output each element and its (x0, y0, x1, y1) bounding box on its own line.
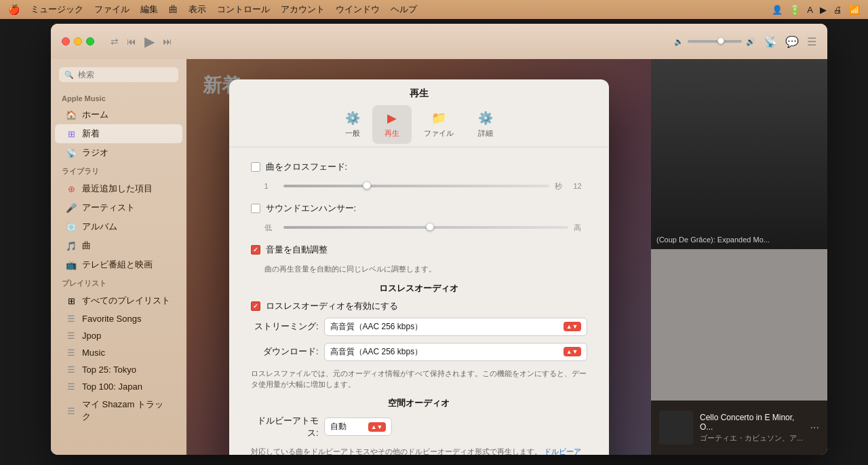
crossfade-row: 曲をクロスフェード: (251, 161, 587, 173)
sound-enhancer-checkbox[interactable] (251, 204, 260, 213)
lossless-enable-row: ロスレスオーディオを有効にする (251, 300, 587, 312)
lossless-enable-checkbox[interactable] (251, 301, 260, 311)
new-label: 新着 (82, 128, 100, 140)
volume-auto-label: 音量を自動調整 (266, 244, 328, 256)
sidebar-item-shazam[interactable]: ☰ マイ Shazam トラック (55, 395, 182, 426)
maximize-button[interactable] (86, 37, 94, 45)
download-select[interactable]: 高音質（AAC 256 kbps） ▲▼ (324, 343, 587, 361)
sidebar-item-top100-japan[interactable]: ☰ Top 100: Japan (55, 378, 182, 395)
streaming-label: ストリーミング: (251, 320, 319, 333)
next-icon[interactable]: ⏭ (163, 36, 172, 47)
crossfade-slider[interactable] (283, 185, 549, 187)
spatial-section-header: 空間オーディオ (251, 397, 587, 409)
tab-playback[interactable]: ▶ 再生 (372, 105, 412, 144)
shazam-label: マイ Shazam トラック (82, 398, 172, 423)
new-icon: ⊞ (66, 129, 77, 139)
download-row: ダウンロード: 高音質（AAC 256 kbps） ▲▼ (251, 343, 587, 361)
tab-divider (229, 147, 609, 147)
sidebar-item-new[interactable]: ⊞ 新着 (55, 124, 182, 143)
title-bar-right: 🔈 🔊 📡 💬 ☰ (674, 35, 816, 48)
search-input[interactable] (78, 70, 173, 79)
close-button[interactable] (62, 37, 70, 45)
tab-advanced[interactable]: ⚙️ 詳細 (466, 105, 505, 144)
volume-slider[interactable] (688, 40, 742, 43)
sidebar-item-favorite-songs[interactable]: ☰ Favorite Songs (55, 310, 182, 327)
playback-tab-label: 再生 (384, 128, 399, 138)
prev-icon[interactable]: ⏮ (127, 36, 136, 47)
play-status-icon: ▶ (820, 5, 827, 15)
library-section-label: ライブラリ (51, 162, 186, 179)
menu-song[interactable]: 曲 (169, 3, 178, 16)
sidebar-item-artists[interactable]: 🎤 アーティスト (55, 198, 182, 217)
all-playlists-label: すべてのプレイリスト (82, 295, 170, 307)
airdrop-icon[interactable]: 🖨 (833, 5, 842, 15)
crossfade-checkbox[interactable] (251, 162, 260, 172)
song-label: 曲 (82, 240, 91, 252)
menu-view[interactable]: 表示 (189, 3, 206, 16)
jpop-icon: ☰ (66, 331, 77, 341)
top100-japan-icon: ☰ (66, 382, 77, 392)
crossfade-slider-container: 1 秒 12 (264, 181, 587, 191)
now-playing-label: (Coup De Grâce): Expanded Mo... (651, 230, 827, 249)
volume-auto-desc: 曲の再生音量を自動的に同じレベルに調整します。 (264, 264, 587, 274)
playback-controls: ⇄ ⏮ ▶ ⏭ (111, 33, 172, 50)
search-bar[interactable]: 🔍 (59, 67, 178, 82)
menu-music[interactable]: ミュージック (31, 3, 83, 16)
menu-file[interactable]: ファイル (94, 3, 130, 16)
airplay-icon[interactable]: 📡 (764, 35, 777, 48)
apple-menu[interactable]: 🍎 (8, 4, 20, 15)
sidebar-item-radio[interactable]: 📡 ラジオ (55, 143, 182, 162)
tv-label: テレビ番組と映画 (82, 259, 153, 271)
favorite-songs-label: Favorite Songs (82, 314, 141, 324)
volume-high-icon: 🔊 (746, 37, 755, 46)
input-icon[interactable]: A (807, 5, 813, 15)
sound-enhancer-slider[interactable] (283, 226, 568, 229)
minimize-button[interactable] (74, 37, 82, 45)
sidebar-item-recent[interactable]: ⊕ 最近追加した項目 (55, 179, 182, 198)
sound-enhancer-row: サウンドエンハンサー: (251, 202, 587, 215)
home-label: ホーム (82, 109, 108, 121)
lyrics-icon[interactable]: 💬 (785, 35, 799, 48)
more-options-icon[interactable]: ··· (810, 422, 819, 434)
streaming-select[interactable]: 高音質（AAC 256 kbps） ▲▼ (324, 318, 587, 336)
playback-tab-icon: ▶ (387, 111, 397, 126)
menu-control[interactable]: コントロール (217, 3, 270, 16)
tab-general[interactable]: ⚙️ 一般 (333, 105, 372, 144)
bottom-track-title: Cello Concerto in E Minor, O... (700, 413, 804, 432)
menu-help[interactable]: ヘルプ (391, 3, 417, 16)
lossless-section-header: ロスレスオーディオ (251, 282, 587, 295)
download-arrows: ▲▼ (564, 347, 581, 356)
artist-photo: (Coup De Grâce): Expanded Mo... (651, 59, 827, 249)
wifi-icon[interactable]: 📶 (849, 5, 860, 15)
top25-tokyo-icon: ☰ (66, 365, 77, 375)
volume-control[interactable]: 🔈 🔊 (674, 37, 755, 46)
sidebar-item-tv[interactable]: 📺 テレビ番組と映画 (55, 255, 182, 274)
volume-auto-checkbox[interactable] (251, 245, 260, 255)
files-tab-icon: 📁 (431, 111, 446, 126)
shuffle-icon[interactable]: ⇄ (111, 36, 119, 47)
dolby-value: 自動 (330, 421, 366, 432)
queue-icon[interactable]: ☰ (807, 35, 816, 48)
menu-account[interactable]: アカウント (281, 3, 325, 16)
sidebar-item-songs[interactable]: 🎵 曲 (55, 236, 182, 255)
sidebar-item-all-playlists[interactable]: ⊞ すべてのプレイリスト (55, 291, 182, 310)
files-tab-label: ファイル (424, 128, 454, 138)
bottom-now-playing-bar: Cello Concerto in E Minor, O... ゴーティエ・カビ… (651, 401, 827, 455)
dolby-select[interactable]: 自動 ▲▼ (324, 417, 392, 436)
menu-window[interactable]: ウインドウ (336, 3, 380, 16)
volume-auto-row: 音量を自動調整 (251, 244, 587, 256)
dolby-arrows: ▲▼ (368, 422, 386, 432)
sidebar-item-top25-tokyo[interactable]: ☰ Top 25: Tokyo (55, 361, 182, 378)
play-pause-icon[interactable]: ▶ (144, 33, 155, 50)
sidebar-item-home[interactable]: 🏠 ホーム (55, 105, 182, 124)
menu-edit[interactable]: 編集 (140, 3, 158, 16)
recent-icon: ⊕ (66, 184, 77, 194)
notification-icon[interactable]: 👤 (772, 5, 783, 15)
apple-music-section-label: Apple Music (51, 90, 186, 105)
sidebar-item-music[interactable]: ☰ Music (55, 344, 182, 361)
tab-files[interactable]: 📁 ファイル (412, 105, 466, 144)
streaming-arrows: ▲▼ (564, 322, 581, 331)
all-playlists-icon: ⊞ (66, 296, 77, 306)
sidebar-item-albums[interactable]: 💿 アルバム (55, 217, 182, 236)
sidebar-item-jpop[interactable]: ☰ Jpop (55, 327, 182, 344)
